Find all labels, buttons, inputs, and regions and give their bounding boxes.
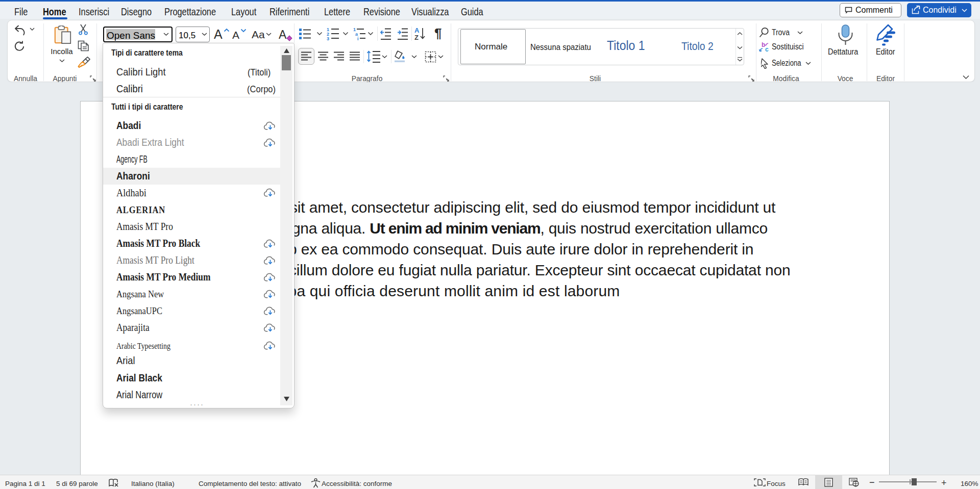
svg-text:Z: Z [414, 34, 419, 41]
svg-text:c: c [765, 46, 769, 53]
svg-text:A: A [414, 27, 420, 34]
svg-text:i: i [357, 36, 359, 40]
svg-text:3: 3 [327, 36, 329, 40]
